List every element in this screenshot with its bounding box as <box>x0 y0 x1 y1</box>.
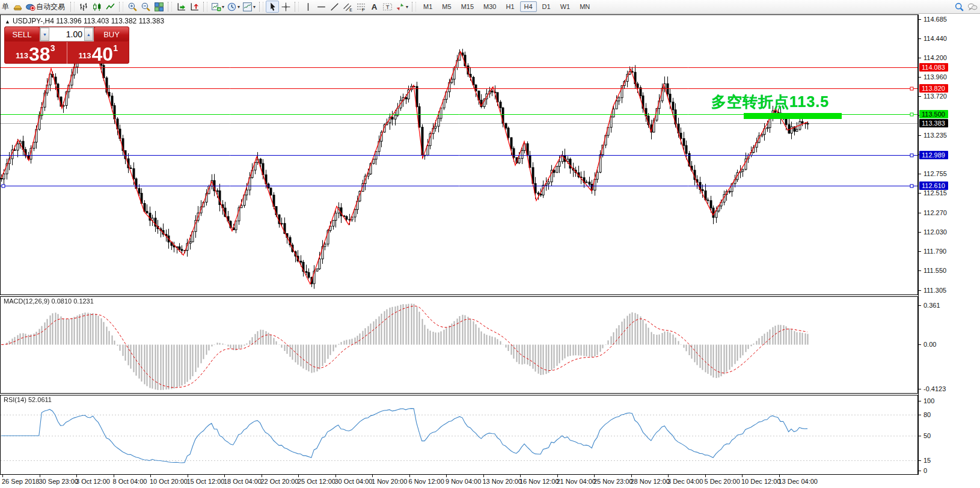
price-axis[interactable]: 114.685114.440114.200113.960113.720113.4… <box>918 14 980 475</box>
axis-tick-mark <box>919 135 921 136</box>
new-order-button[interactable]: 单 <box>2 2 9 12</box>
bar-chart-icon[interactable] <box>77 1 90 13</box>
time-tick-label: 30 Oct 04:00 <box>335 478 373 485</box>
price-tick-label: 113.720 <box>923 93 978 100</box>
time-tick-label: 18 Oct 04:00 <box>224 478 262 485</box>
zoom-in-icon[interactable] <box>126 1 139 13</box>
macd-axis-label: 0.361 <box>923 302 978 309</box>
candlestick-chart-icon[interactable] <box>90 1 103 13</box>
time-axis[interactable]: 26 Sep 201830 Sep 23:003 Oct 12:008 Oct … <box>0 475 980 488</box>
price-tick-label: 111.550 <box>923 267 978 274</box>
time-tick-mark <box>594 475 595 477</box>
time-tick-label: 9 Nov 04:00 <box>446 478 481 485</box>
level-price-label: 112.610 <box>919 181 948 190</box>
auto-scroll-icon[interactable] <box>174 1 188 13</box>
axis-tick-mark <box>919 305 921 306</box>
buy-price-display[interactable]: 113 40 1 <box>67 42 130 64</box>
periods-menu-icon[interactable]: ▾ <box>225 1 241 13</box>
time-tick-mark <box>779 475 780 477</box>
macd-value-2: 0.1231 <box>73 297 94 305</box>
axis-tick-mark <box>919 436 921 436</box>
vertical-line-icon[interactable] <box>301 1 314 13</box>
pivot-annotation-bar[interactable] <box>744 113 842 119</box>
svg-text:A: A <box>371 2 377 11</box>
time-tick-label: 5 Dec 20:00 <box>705 478 740 485</box>
price-tick-label: 114.440 <box>923 35 978 42</box>
timeframe-h1-button[interactable]: H1 <box>501 1 518 12</box>
time-tick-label: 30 Sep 23:00 <box>39 478 78 485</box>
buy-price-prefix: 113 <box>79 51 91 60</box>
autotrading-button-label: 自动交易 <box>36 2 65 12</box>
macd-name: MACD(12,26,9) <box>4 297 49 305</box>
horizontal-line-icon[interactable] <box>314 1 328 13</box>
timeframe-m15-button[interactable]: M15 <box>457 1 478 12</box>
timeframe-w1-button[interactable]: W1 <box>556 1 575 12</box>
axis-tick-mark <box>919 77 921 78</box>
chart-title-bar: ▲USDJPY-,H4 113.396 113.403 113.382 113.… <box>5 17 164 25</box>
axis-tick-mark <box>919 19 921 20</box>
time-tick-mark <box>520 475 521 477</box>
dropdown-caret-icon: ▾ <box>222 4 224 10</box>
chart-shift-icon[interactable] <box>188 1 201 13</box>
time-tick-mark <box>335 475 336 477</box>
gold-icon[interactable] <box>11 1 24 13</box>
volume-increase-button[interactable]: ▲ <box>84 28 93 41</box>
sell-button[interactable]: SELL <box>5 27 39 41</box>
trendline-icon[interactable] <box>328 1 341 13</box>
axis-tick-mark <box>919 96 921 97</box>
dropdown-caret-icon: ▾ <box>406 4 408 10</box>
time-tick-mark <box>150 475 151 477</box>
sell-price-display[interactable]: 113 38 3 <box>4 42 67 64</box>
rsi-label: RSI(14) 52.0611 <box>4 396 52 403</box>
equidistant-channel-icon[interactable]: E <box>341 1 354 13</box>
volume-input[interactable] <box>49 28 84 41</box>
sell-price-sup: 3 <box>51 43 55 53</box>
collapse-panel-icon[interactable]: ▲ <box>5 19 10 25</box>
buy-button[interactable]: BUY <box>94 27 129 41</box>
main-price-chart[interactable] <box>0 14 918 295</box>
timeframe-m5-button[interactable]: M5 <box>438 1 455 12</box>
chat-icon[interactable] <box>966 1 979 13</box>
volume-stepper: ▼ ▲ <box>40 27 94 41</box>
tile-windows-icon[interactable] <box>152 1 165 13</box>
cursor-icon[interactable] <box>266 1 279 13</box>
timeframe-h4-button[interactable]: H4 <box>520 1 537 12</box>
search-icon[interactable] <box>952 1 966 13</box>
timeframe-mn-button[interactable]: MN <box>575 1 594 12</box>
time-tick-mark <box>40 475 40 477</box>
pivot-annotation-text[interactable]: 多空转折点113.5 <box>711 92 829 112</box>
rsi-value: 52.0611 <box>28 396 52 403</box>
templates-menu-icon[interactable]: ▾ <box>241 1 257 13</box>
autotrading-button[interactable]: 自动交易 <box>24 1 68 13</box>
volume-decrease-button[interactable]: ▼ <box>40 28 49 41</box>
sell-price-big: 38 <box>29 46 51 63</box>
toolbar-grip <box>168 2 172 11</box>
arrows-icon[interactable]: ▾ <box>394 1 409 13</box>
price-tick-label: 111.790 <box>923 248 978 255</box>
rsi-axis-label: 80 <box>923 411 978 418</box>
time-tick-mark <box>446 475 447 477</box>
line-chart-icon[interactable] <box>103 1 117 13</box>
fibonacci-icon[interactable]: F <box>354 1 367 13</box>
timeframe-m1-button[interactable]: M1 <box>419 1 436 12</box>
sell-price-prefix: 113 <box>16 51 28 60</box>
new-chart-icon[interactable]: ▾ <box>210 1 225 13</box>
crosshair-icon[interactable] <box>279 1 292 13</box>
axis-tick-mark <box>919 290 921 291</box>
price-tick-label: 113.960 <box>923 73 978 81</box>
zoom-out-icon[interactable] <box>139 1 152 13</box>
text-label-icon[interactable]: T <box>381 1 394 13</box>
time-tick-mark <box>76 475 77 477</box>
timeframe-m30-button[interactable]: M30 <box>479 1 500 12</box>
axis-tick-mark <box>919 344 921 345</box>
time-tick-label: 22 Oct 20:00 <box>261 478 299 485</box>
timeframe-d1-button[interactable]: D1 <box>538 1 555 12</box>
time-tick-mark <box>409 475 410 477</box>
text-icon[interactable]: A <box>367 1 381 13</box>
macd-indicator-chart[interactable] <box>0 296 918 394</box>
toolbar-grip <box>412 2 416 11</box>
rsi-indicator-chart[interactable] <box>0 395 918 475</box>
macd-axis-label: -0.4123 <box>923 385 978 392</box>
time-tick-mark <box>262 475 262 477</box>
svg-text:F: F <box>362 8 364 12</box>
